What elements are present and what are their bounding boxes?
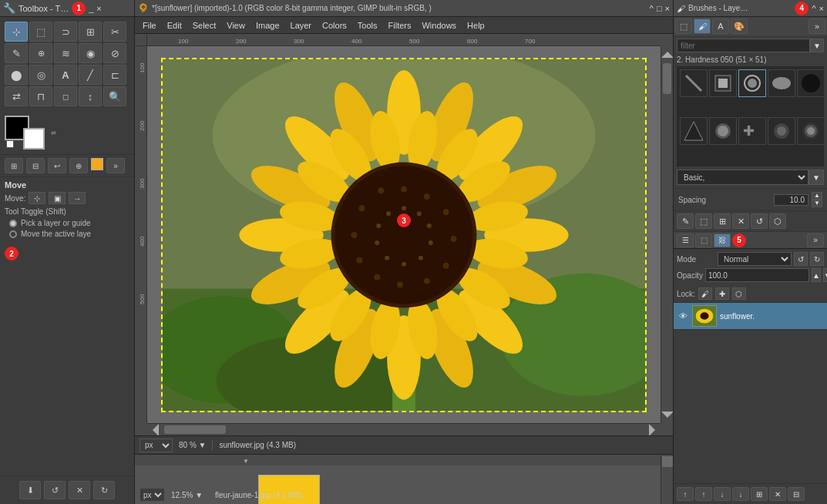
brush-cell-1[interactable]: [680, 69, 708, 97]
move-tool-btn[interactable]: ⊹: [5, 22, 28, 42]
rb-btn-4[interactable]: ↓: [732, 487, 749, 501]
new-image-btn[interactable]: ⊞: [5, 158, 23, 173]
color-picker-btn[interactable]: ╱: [79, 65, 102, 85]
spacing-up[interactable]: ▲: [812, 192, 822, 200]
radio-move-row[interactable]: Move the active laye: [9, 230, 125, 238]
move-layer-btn[interactable]: ▣: [49, 192, 66, 204]
toolbox-close[interactable]: ×: [96, 4, 101, 13]
heal-btn[interactable]: ≋: [54, 43, 77, 63]
brush-cell-3[interactable]: [738, 69, 766, 97]
bg-color-swatch[interactable]: [23, 128, 45, 150]
rb-btn-3[interactable]: ↓: [714, 487, 731, 501]
tb-delete-btn[interactable]: ✕: [69, 481, 90, 499]
btool-6[interactable]: ⬡: [769, 213, 786, 229]
lock-position-btn[interactable]: ✚: [715, 287, 729, 300]
brush-cell-10[interactable]: [797, 117, 824, 145]
rb-btn-7[interactable]: ⊟: [788, 487, 805, 501]
rb-btn-1[interactable]: ↑: [677, 487, 694, 501]
brushes-close[interactable]: ×: [819, 4, 824, 13]
scroll-h-thumb[interactable]: [164, 425, 226, 434]
layers-tab-2[interactable]: ⬚: [695, 234, 712, 247]
move-arrow-btn[interactable]: →: [69, 192, 86, 204]
move-icon-btn[interactable]: ⊹: [29, 192, 45, 204]
scroll-v-down[interactable]: [662, 409, 672, 420]
brush-cell-9[interactable]: [768, 117, 795, 145]
unit-select[interactable]: px mm cm in: [140, 438, 173, 452]
layer-row-1[interactable]: 👁 sunflower.: [674, 303, 827, 330]
btool-1[interactable]: ✎: [677, 213, 694, 229]
crop-btn[interactable]: ⊓: [29, 86, 52, 106]
nav-unit-select[interactable]: px: [140, 488, 165, 502]
menu-tools[interactable]: Tools: [353, 19, 382, 32]
lock-alpha-btn[interactable]: ⬡: [732, 287, 746, 300]
bucket-btn[interactable]: ⬤: [5, 65, 28, 85]
menu-filters[interactable]: Filters: [384, 19, 416, 32]
nav-scrollbar-v[interactable]: [661, 455, 673, 504]
flip-btn[interactable]: ↕: [79, 86, 102, 106]
free-select-btn[interactable]: ⊃: [54, 22, 77, 42]
brush-tab-fonts[interactable]: A: [712, 18, 729, 34]
layers-tab-3[interactable]: ⛓: [714, 234, 731, 247]
tb-save-btn[interactable]: ⬇: [19, 481, 41, 499]
radio-pick-dot[interactable]: [9, 220, 17, 227]
rb-btn-5[interactable]: ⊞: [751, 487, 768, 501]
menu-colors[interactable]: Colors: [318, 19, 351, 32]
brush-cell-5[interactable]: [797, 69, 824, 97]
nav-scroll-btn[interactable]: [662, 456, 673, 467]
layers-tab-1[interactable]: ☰: [677, 234, 694, 247]
menu-help[interactable]: Help: [462, 19, 489, 32]
filter-dropdown-btn[interactable]: ▼: [810, 39, 824, 52]
opacity-up-btn[interactable]: ▲: [812, 268, 821, 282]
scissors-btn[interactable]: ✂: [103, 22, 126, 42]
text-btn[interactable]: A: [54, 65, 77, 85]
layers-tab-expand[interactable]: »: [807, 234, 824, 247]
rb-btn-2[interactable]: ↑: [695, 487, 712, 501]
menu-edit[interactable]: Edit: [163, 19, 187, 32]
menu-layer[interactable]: Layer: [286, 19, 317, 32]
menu-file[interactable]: File: [138, 19, 161, 32]
mode-redo-btn[interactable]: ↻: [810, 252, 824, 266]
tb-restore-btn[interactable]: ↻: [93, 481, 115, 499]
option4-btn[interactable]: ⊕: [69, 158, 88, 173]
scroll-v-up[interactable]: [662, 49, 672, 60]
brushes-min[interactable]: ^: [812, 4, 815, 13]
zoom-btn[interactable]: 🔍: [103, 86, 126, 106]
eraser-btn[interactable]: ⊘: [103, 43, 126, 63]
spacing-input[interactable]: [774, 194, 809, 206]
toolbox-minimize[interactable]: _: [89, 4, 93, 13]
perspective-btn[interactable]: ◻: [54, 86, 77, 106]
paths-btn[interactable]: ⊏: [103, 65, 126, 85]
brush-cell-4[interactable]: [768, 69, 795, 97]
zoom-dropdown-btn[interactable]: ▼: [199, 441, 207, 449]
layer-visibility-toggle[interactable]: 👁: [677, 310, 689, 322]
brush-preset-arrow[interactable]: ▼: [809, 170, 824, 185]
mode-undo-btn[interactable]: ↺: [794, 252, 808, 266]
blur-btn[interactable]: ◉: [79, 43, 102, 63]
brush-cell-2[interactable]: [709, 69, 737, 97]
pencil-btn[interactable]: ✎: [5, 43, 28, 63]
menu-view[interactable]: View: [222, 19, 250, 32]
btool-2[interactable]: ⬚: [695, 213, 712, 229]
color-option-btn[interactable]: [91, 158, 103, 170]
mode-select[interactable]: Normal Multiply Screen: [718, 252, 792, 266]
scroll-v-thumb[interactable]: [663, 63, 671, 94]
reset-colors-btn[interactable]: ↺: [6, 140, 14, 148]
brush-tab-brushes[interactable]: 🖌: [694, 18, 711, 34]
brush-cell-6[interactable]: [680, 117, 708, 145]
rect-select-btn[interactable]: ⬚: [29, 22, 52, 42]
canvas-max[interactable]: □: [657, 4, 662, 13]
btool-3[interactable]: ⊞: [714, 213, 731, 229]
tb-undo-btn[interactable]: ↺: [44, 481, 66, 499]
brush-tab-gradients[interactable]: 🎨: [731, 18, 748, 34]
menu-image[interactable]: Image: [251, 19, 284, 32]
patterns-btn[interactable]: ⊟: [26, 158, 45, 173]
brush-cell-8[interactable]: ✚: [738, 117, 766, 145]
scroll-h-right[interactable]: [647, 425, 657, 435]
radio-pick-row[interactable]: Pick a layer or guide: [9, 219, 125, 227]
undo-icon-btn[interactable]: ↩: [48, 158, 66, 173]
canvas-scrollbar-v[interactable]: [661, 46, 673, 423]
filter-input[interactable]: [677, 39, 810, 52]
brush-tab-patterns[interactable]: ⬚: [675, 18, 692, 34]
btool-5[interactable]: ↺: [751, 213, 768, 229]
transform-btn[interactable]: ⇄: [5, 86, 28, 106]
